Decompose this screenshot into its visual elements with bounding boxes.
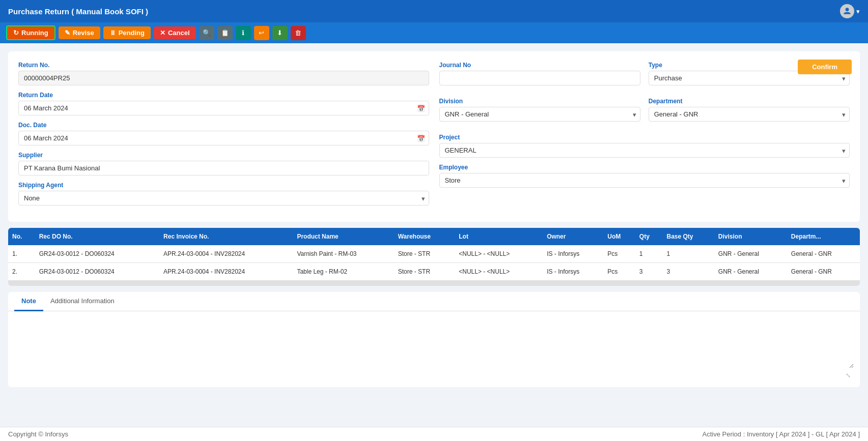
table-cell: GNR - General <box>714 263 787 281</box>
table-cell: 1 <box>663 245 714 263</box>
journal-no-input[interactable] <box>439 71 640 85</box>
footer: Copyright © Inforsys Active Period : Inv… <box>0 427 868 441</box>
return-date-label: Return Date <box>18 92 429 99</box>
shipping-agent-label: Shipping Agent <box>18 182 429 189</box>
user-menu[interactable]: ▾ <box>840 4 860 18</box>
doc-calendar-icon: 📅 <box>417 134 425 142</box>
col-warehouse: Warehouse <box>394 228 455 245</box>
table-card: No. Rec DO No. Rec Invoice No. Product N… <box>8 228 860 286</box>
return-no-group: Return No. <box>18 62 429 85</box>
table-cell: General - GNR <box>787 245 860 263</box>
col-owner: Owner <box>543 228 603 245</box>
supplier-input[interactable] <box>18 161 429 175</box>
undo-button[interactable]: ↩ <box>254 26 269 40</box>
project-group: Project GENERAL ▾ <box>439 134 850 158</box>
undo-icon: ↩ <box>259 29 264 37</box>
table-cell: APR.24-03-0004 - INV282024 <box>159 263 293 281</box>
shipping-agent-select[interactable]: None <box>18 191 429 205</box>
pending-icon: ⏸ <box>109 29 116 37</box>
info-button[interactable]: ℹ <box>236 26 251 40</box>
project-select[interactable]: GENERAL <box>439 143 850 158</box>
division-group: Division GNR - General ▾ <box>439 98 640 122</box>
project-label: Project <box>439 134 850 141</box>
col-department: Departm... <box>787 228 860 245</box>
table-header-row: No. Rec DO No. Rec Invoice No. Product N… <box>8 228 860 245</box>
col-product-name: Product Name <box>293 228 394 245</box>
department-wrapper: General - GNR ▾ <box>649 107 850 122</box>
active-period-text: Active Period : Inventory [ Apr 2024 ] -… <box>702 430 860 438</box>
table-cell: Pcs <box>603 245 635 263</box>
toolbar: ↻ Running ✎ Revise ⏸ Pending ✕ Cancel 🔍 … <box>0 22 868 43</box>
confirm-button[interactable]: Confirm <box>798 60 852 74</box>
col-qty: Qty <box>635 228 663 245</box>
table-row: 1.GR24-03-0012 - DO060324APR.24-03-0004 … <box>8 245 860 263</box>
delete-icon: 🗑 <box>295 29 301 37</box>
revise-button[interactable]: ✎ Revise <box>59 26 100 39</box>
employee-label: Employee <box>439 164 850 171</box>
info-icon: ℹ <box>242 29 244 37</box>
return-date-input[interactable] <box>18 101 429 115</box>
table-cell: APR.24-03-0004 - INV282024 <box>159 245 293 263</box>
employee-group: Employee Store ▾ <box>439 164 850 188</box>
department-select[interactable]: General - GNR <box>649 107 850 122</box>
resize-handle: ⤡ <box>14 370 854 381</box>
table-cell: 3 <box>663 263 714 281</box>
download-icon: ⬇ <box>277 29 283 37</box>
doc-date-label: Doc. Date <box>18 122 429 129</box>
department-label: Department <box>649 98 850 105</box>
return-no-label: Return No. <box>18 62 429 69</box>
table-scrollbar[interactable] <box>8 281 860 286</box>
cancel-button[interactable]: ✕ Cancel <box>154 26 196 39</box>
document-icon: 📋 <box>221 29 229 37</box>
employee-select[interactable]: Store <box>439 173 850 188</box>
col-division: Division <box>714 228 787 245</box>
revise-icon: ✎ <box>65 29 70 37</box>
supplier-label: Supplier <box>18 152 429 159</box>
table-cell: 3 <box>635 263 663 281</box>
running-button[interactable]: ↻ Running <box>6 25 55 40</box>
table-cell: 1 <box>635 245 663 263</box>
return-no-input[interactable] <box>18 71 429 85</box>
tab-note[interactable]: Note <box>14 292 43 311</box>
tabs-header: Note Additional Information <box>8 292 860 311</box>
table-cell: Store - STR <box>394 263 455 281</box>
table-cell: 1. <box>8 245 35 263</box>
journal-no-group: Journal No <box>439 62 640 85</box>
employee-wrapper: Store ▾ <box>439 173 850 188</box>
avatar <box>840 4 854 18</box>
user-dropdown-arrow: ▾ <box>856 8 860 15</box>
table-cell: IS - Inforsys <box>543 263 603 281</box>
pending-button[interactable]: ⏸ Pending <box>103 26 151 39</box>
search-button[interactable]: 🔍 <box>199 26 214 40</box>
tabs-section: Note Additional Information ⤡ <box>8 292 860 387</box>
data-table: No. Rec DO No. Rec Invoice No. Product N… <box>8 228 860 281</box>
table-cell: Pcs <box>603 263 635 281</box>
shipping-agent-group: Shipping Agent None ▾ <box>18 182 429 205</box>
return-date-wrapper: 📅 <box>18 101 429 115</box>
form-card: Return No. Return Date 📅 Doc. Date 📅 Sup… <box>8 51 860 222</box>
supplier-group: Supplier <box>18 152 429 175</box>
table-cell: 2. <box>8 263 35 281</box>
note-textarea[interactable] <box>14 317 854 368</box>
return-date-group: Return Date 📅 <box>18 92 429 115</box>
doc-date-input[interactable] <box>18 131 429 145</box>
page-title: Purchase Return ( Manual Book SOFI ) <box>8 7 148 16</box>
journal-no-label: Journal No <box>439 62 640 69</box>
delete-button[interactable]: 🗑 <box>291 26 306 40</box>
doc-date-group: Doc. Date 📅 <box>18 122 429 145</box>
division-select[interactable]: GNR - General <box>439 107 640 122</box>
svg-point-0 <box>846 8 849 11</box>
running-icon: ↻ <box>13 29 19 37</box>
document-button[interactable]: 📋 <box>217 26 233 40</box>
division-label: Division <box>439 98 640 105</box>
table-row: 2.GR24-03-0012 - DO060324APR.24-03-0004 … <box>8 263 860 281</box>
tab-additional-info[interactable]: Additional Information <box>43 292 122 311</box>
col-no: No. <box>8 228 35 245</box>
col-rec-do-no: Rec DO No. <box>35 228 159 245</box>
shipping-agent-wrapper: None ▾ <box>18 191 429 205</box>
resize-icon: ⤡ <box>846 372 851 379</box>
col-lot: Lot <box>455 228 543 245</box>
table-cell: Table Leg - RM-02 <box>293 263 394 281</box>
download-button[interactable]: ⬇ <box>272 26 288 40</box>
department-group: Department General - GNR ▾ <box>649 98 850 122</box>
